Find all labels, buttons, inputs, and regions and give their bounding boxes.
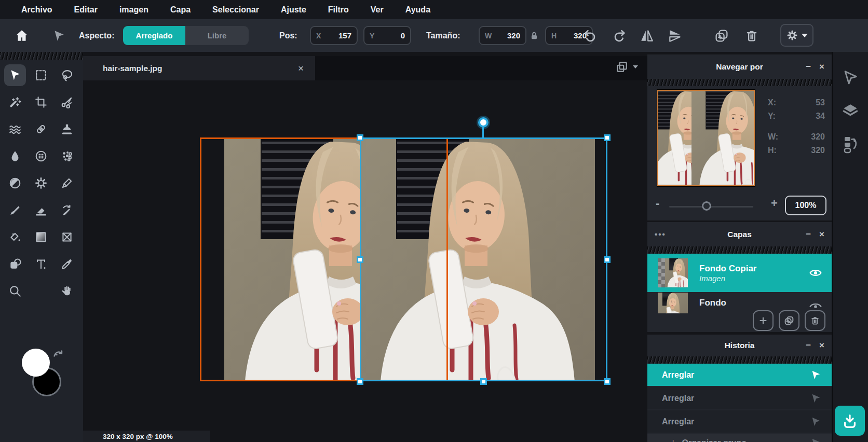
swap-brush-icon xyxy=(60,203,74,217)
pos-x-field[interactable]: X 157 xyxy=(310,26,358,45)
disperse-tool-button[interactable] xyxy=(56,145,78,167)
menu-ver[interactable]: Ver xyxy=(360,5,395,15)
eraser-tool-button[interactable] xyxy=(30,199,52,221)
gradient-tool-button[interactable] xyxy=(30,226,52,248)
zoom-slider-track[interactable] xyxy=(669,206,753,208)
delete-layer-button[interactable] xyxy=(805,310,825,331)
blur-tool-button[interactable] xyxy=(4,145,26,167)
zoom-in-button[interactable]: + xyxy=(771,197,778,210)
arrange-cursor-icon xyxy=(810,416,821,427)
layers-minimize-button[interactable]: − xyxy=(806,229,811,240)
window-arrange-button[interactable] xyxy=(615,60,638,74)
history-icon xyxy=(842,135,859,154)
flip-vertical-icon xyxy=(668,29,682,43)
selection-handle-bottom-mid[interactable] xyxy=(480,378,487,385)
navigator-minimize-button[interactable]: − xyxy=(806,62,811,72)
history-step[interactable]: Arreglar xyxy=(647,410,832,433)
history-step-group[interactable]: ↳ Organizar grupo xyxy=(647,434,832,442)
flip-horizontal-button[interactable] xyxy=(638,26,656,45)
zoom-out-button[interactable]: - xyxy=(656,197,659,210)
swap-colors-button[interactable] xyxy=(52,349,65,363)
flip-vertical-button[interactable] xyxy=(666,26,684,45)
rotation-handle[interactable] xyxy=(478,117,489,128)
selection-handle-top-right[interactable] xyxy=(604,134,611,141)
history-step-current[interactable]: Arreglar xyxy=(647,364,832,386)
document-tab[interactable]: hair-sample.jpg × xyxy=(83,56,315,80)
distort-tool-button[interactable] xyxy=(56,226,78,248)
foreground-color-swatch[interactable] xyxy=(22,349,50,377)
toggle-navigator-button[interactable] xyxy=(842,68,859,88)
home-button[interactable] xyxy=(15,19,29,52)
pos-y-field[interactable]: Y 0 xyxy=(363,26,411,45)
undo-button[interactable] xyxy=(580,26,599,45)
redo-button[interactable] xyxy=(611,26,629,45)
selection-handle-mid-left[interactable] xyxy=(357,256,363,263)
selection-bounds-outline[interactable] xyxy=(360,137,607,381)
menu-ayuda[interactable]: Ayuda xyxy=(395,5,441,15)
selection-handle-bottom-right[interactable] xyxy=(604,378,611,385)
crop-tool-button[interactable] xyxy=(30,91,52,113)
dodge-burn-tool-button[interactable] xyxy=(4,172,26,194)
marquee-tool-button[interactable] xyxy=(30,64,52,86)
settings-dropdown-button[interactable] xyxy=(780,24,813,47)
arrange-cursor-icon xyxy=(810,437,821,442)
liquify-tool-button[interactable] xyxy=(4,118,26,140)
menu-filtro[interactable]: Filtro xyxy=(317,5,360,15)
selection-handle-mid-right[interactable] xyxy=(604,256,611,263)
size-w-field[interactable]: W 320 xyxy=(479,26,526,45)
scissors-icon xyxy=(60,95,74,109)
history-minimize-button[interactable]: − xyxy=(806,340,811,351)
size-lock-button[interactable] xyxy=(530,19,539,52)
layer-row-fondo[interactable]: Fondo xyxy=(647,292,832,314)
menu-seleccionar[interactable]: Seleccionar xyxy=(201,5,270,15)
layer-row-fondo-copiar[interactable]: Fondo Copiar Imagen xyxy=(647,254,832,292)
zoom-value-field[interactable]: 100% xyxy=(785,196,826,215)
heal-tool-button[interactable] xyxy=(30,118,52,140)
pixelate-tool-button[interactable] xyxy=(30,145,52,167)
cutout-tool-button[interactable] xyxy=(56,91,78,113)
navigator-thumbnail[interactable] xyxy=(657,90,755,186)
aspect-free-button[interactable]: Libre xyxy=(185,26,249,45)
menu-editar[interactable]: Editar xyxy=(63,5,108,15)
sharpen-tool-button[interactable] xyxy=(30,172,52,194)
arrange-cursor-icon xyxy=(810,393,821,404)
selection-handle-bottom-left[interactable] xyxy=(357,378,363,385)
navigator-close-button[interactable]: × xyxy=(819,62,824,72)
menu-ajuste[interactable]: Ajuste xyxy=(270,5,317,15)
mixer-brush-tool-button[interactable] xyxy=(56,199,78,221)
duplicate-button[interactable] xyxy=(712,26,731,45)
add-layer-button[interactable] xyxy=(753,310,774,331)
menu-archivo[interactable]: Archivo xyxy=(10,5,63,15)
color-picker-tool-button[interactable] xyxy=(56,253,78,275)
lasso-tool-button[interactable] xyxy=(56,64,78,86)
zoom-tool-button[interactable] xyxy=(4,280,26,302)
navigator-icon xyxy=(842,68,859,86)
duplicate-layer-button[interactable] xyxy=(779,310,799,331)
zoom-slider-knob[interactable] xyxy=(702,201,711,211)
history-close-button[interactable]: × xyxy=(819,340,824,351)
fill-tool-button[interactable] xyxy=(4,226,26,248)
hand-tool-button[interactable] xyxy=(56,280,78,302)
menu-capa[interactable]: Capa xyxy=(159,5,201,15)
wand-tool-button[interactable] xyxy=(4,91,26,113)
layer-visibility-eye-icon[interactable] xyxy=(809,268,822,278)
pen-tool-button[interactable] xyxy=(56,172,78,194)
download-button[interactable] xyxy=(835,406,865,436)
navigator-title: Navegar por xyxy=(647,62,832,72)
toggle-layers-button[interactable] xyxy=(842,102,859,121)
clone-stamp-tool-button[interactable] xyxy=(56,118,78,140)
lock-icon xyxy=(530,31,539,40)
delete-button[interactable] xyxy=(742,26,761,45)
text-tool-button[interactable] xyxy=(30,253,52,275)
shape-tool-button[interactable] xyxy=(4,253,26,275)
selection-handle-top-left[interactable] xyxy=(357,134,363,141)
aspect-fixed-button[interactable]: Arreglado xyxy=(123,26,185,45)
arrange-tool-button[interactable] xyxy=(4,64,26,86)
draw-tool-button[interactable] xyxy=(4,199,26,221)
history-step[interactable]: Arreglar xyxy=(647,387,832,409)
tab-close-button[interactable]: × xyxy=(298,63,304,74)
layers-close-button[interactable]: × xyxy=(819,229,824,240)
crop-icon xyxy=(34,95,48,109)
toggle-history-button[interactable] xyxy=(842,135,859,156)
menu-imagen[interactable]: imagen xyxy=(108,5,159,15)
